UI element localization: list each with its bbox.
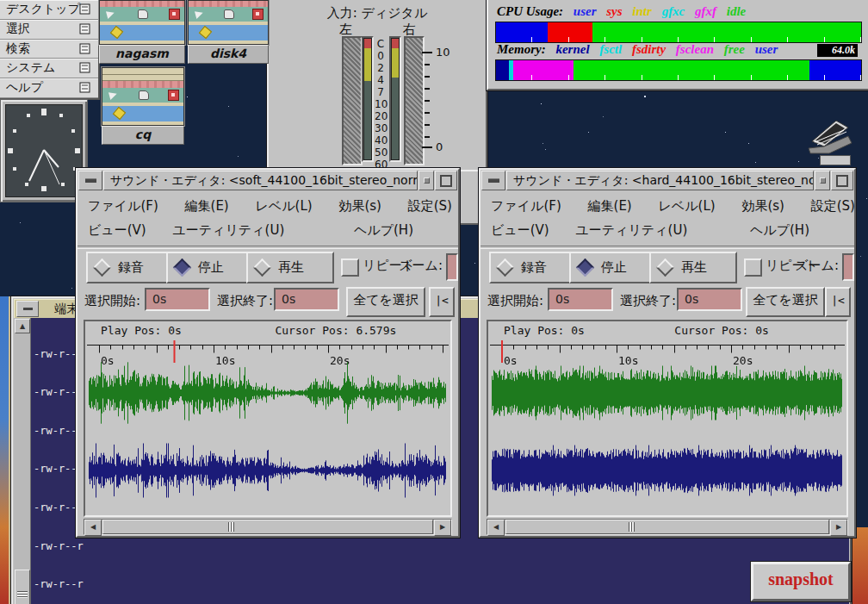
select-all-button[interactable]: 全てを選択 — [346, 287, 425, 317]
scroll-up-arrow-icon[interactable]: ▲ — [15, 319, 30, 333]
thumb-tool-icon — [169, 9, 180, 20]
repeat-checkbox[interactable] — [744, 258, 762, 277]
menu-view[interactable]: ビュー(V) — [88, 218, 146, 242]
record-button[interactable]: 録音 — [86, 252, 174, 283]
snapshot-button[interactable]: snapshot — [751, 562, 851, 601]
restore-button[interactable] — [418, 171, 434, 190]
selection-start-label: 選択開始: — [84, 293, 140, 309]
stop-button[interactable]: 停止 — [569, 252, 657, 283]
sound-editor-window-hard: サウンド・エディタ: <hard_44100_16bit_stereo_norm… — [479, 168, 856, 538]
stop-indicator-diamond — [576, 258, 594, 277]
clock-face — [5, 104, 83, 197]
cpu-usage-bar — [495, 22, 862, 43]
left-gain-slider[interactable] — [342, 36, 363, 165]
thumb-tool-icon — [138, 9, 148, 19]
drawer-icon — [79, 43, 90, 54]
minimize-button[interactable] — [78, 171, 102, 190]
menu-edit[interactable]: 編集(E) — [185, 194, 229, 218]
editor-titlebar[interactable]: サウンド・エディタ: <hard_44100_16bit_stereo_norm… — [481, 171, 853, 190]
editor-titlebar[interactable]: サウンド・エディタ: <soft_44100_16bit_stereo_norm… — [78, 171, 457, 190]
menu-file[interactable]: ファイル(F) — [491, 194, 561, 218]
menu-utility[interactable]: ユーティリティ(U) — [575, 218, 687, 242]
menu-settings[interactable]: 設定(S) — [408, 194, 452, 218]
waveform-display[interactable] — [85, 340, 450, 515]
play-indicator-diamond — [253, 258, 271, 277]
menu-view[interactable]: ビュー(V) — [491, 218, 549, 242]
wallpaper-right-strip — [851, 527, 868, 604]
scrollbar-track[interactable] — [102, 520, 433, 534]
window-thumb-cq[interactable]: cq — [102, 67, 184, 145]
toolchest-label: デスクトップ — [6, 2, 80, 17]
toolchest-item-desktop[interactable]: デスクトップ — [0, 0, 98, 20]
play-button[interactable]: 再生 — [649, 252, 737, 283]
db-tick-bottom — [422, 146, 432, 148]
toolchest-item-select[interactable]: 選択 — [0, 20, 98, 40]
selection-end-label: 選択終了: — [620, 293, 676, 309]
scroll-right-arrow-icon[interactable]: ▶ — [434, 520, 451, 536]
menu-help[interactable]: ヘルプ(H) — [750, 218, 809, 242]
thumb-tool-icon — [195, 9, 204, 19]
toolchest-item-system[interactable]: システム — [0, 59, 98, 78]
scroll-right-arrow-icon[interactable]: ▶ — [830, 520, 847, 536]
play-button[interactable]: 再生 — [246, 252, 334, 283]
menu-help[interactable]: ヘルプ(H) — [354, 218, 413, 242]
menu-settings[interactable]: 設定(S) — [811, 194, 855, 218]
record-button[interactable]: 録音 — [489, 252, 577, 283]
maximize-button[interactable] — [435, 171, 457, 190]
rewind-button[interactable]: |< — [429, 287, 455, 317]
terminal-scrollbar[interactable]: ▲ — [14, 318, 31, 604]
scrollbar-thumb[interactable] — [505, 520, 829, 534]
thumb-tool-icon — [224, 9, 234, 19]
zoom-field[interactable] — [446, 253, 458, 281]
selection-end-field[interactable]: 0s — [274, 288, 339, 311]
menubar: ファイル(F) 編集(E) レベル(L) 効果(s) 設定(S) ビュー(V) … — [482, 192, 852, 245]
play-indicator-diamond — [656, 258, 674, 277]
toolchest-item-help[interactable]: ヘルプ — [0, 78, 98, 98]
select-all-button[interactable]: 全てを選択 — [746, 287, 825, 317]
scrollbar-thumb[interactable] — [102, 520, 433, 534]
selection-start-label: 選択開始: — [487, 293, 543, 309]
menu-level[interactable]: レベル(L) — [256, 194, 313, 218]
memory-label: Memory: — [497, 42, 546, 56]
stop-button[interactable]: 停止 — [166, 252, 254, 283]
selection-end-field[interactable]: 0s — [677, 288, 742, 311]
minimize-button[interactable] — [16, 301, 39, 317]
scrollbar-track[interactable] — [505, 520, 829, 534]
scroll-left-arrow-icon[interactable]: ◀ — [84, 520, 102, 536]
selection-start-field[interactable]: 0s — [145, 288, 210, 311]
minimize-button[interactable] — [481, 171, 505, 190]
memory-total-badge: 64.0k — [817, 44, 858, 57]
window-title: サウンド・エディタ: <hard_44100_16bit_stereo_norm… — [506, 171, 814, 190]
play-position: Play Pos: 0s — [504, 324, 585, 337]
thumb-label: disk4 — [188, 45, 269, 64]
selection-start-field[interactable]: 0s — [548, 288, 613, 311]
maximize-button[interactable] — [831, 171, 853, 190]
scroll-left-arrow-icon[interactable]: ◀ — [487, 520, 505, 536]
menu-file[interactable]: ファイル(F) — [88, 194, 158, 218]
menu-effects[interactable]: 効果(s) — [338, 194, 381, 218]
cpu-usage-label: CPU Usage: — [497, 4, 563, 18]
repeat-checkbox[interactable] — [341, 258, 359, 277]
window-thumb-disk4[interactable]: disk4 — [188, 0, 269, 64]
laptop-icon[interactable] — [803, 119, 853, 155]
toolchest-item-find[interactable]: 検索 — [0, 40, 98, 59]
window-thumb-nagasm[interactable]: nagasm — [99, 0, 185, 64]
rewind-button[interactable]: |< — [825, 287, 851, 317]
menu-level[interactable]: レベル(L) — [659, 194, 716, 218]
input-meter-window: 入力: ディジタル 左 右 C0 24 710 2030 4050 60 10 … — [267, 0, 487, 172]
meter-title: 入力: ディジタル — [269, 5, 486, 22]
menu-utility[interactable]: ユーティリティ(U) — [172, 218, 284, 242]
menu-edit[interactable]: 編集(E) — [588, 194, 632, 218]
zoom-field[interactable] — [842, 253, 854, 281]
restore-button[interactable] — [815, 171, 830, 190]
menu-effects[interactable]: 効果(s) — [741, 194, 784, 218]
toolchest-label: 選択 — [6, 22, 30, 37]
thumb-label: nagasm — [99, 45, 185, 64]
horizontal-scrollbar[interactable]: ◀ ▶ — [487, 519, 848, 535]
separator — [78, 246, 458, 249]
waveform-display[interactable] — [488, 340, 846, 515]
horizontal-scrollbar[interactable]: ◀ ▶ — [84, 519, 452, 535]
thumb-preview — [188, 0, 269, 45]
window-title: サウンド・エディタ: <soft_44100_16bit_stereo_norm… — [103, 171, 418, 190]
scrollbar-thumb[interactable] — [15, 570, 30, 604]
